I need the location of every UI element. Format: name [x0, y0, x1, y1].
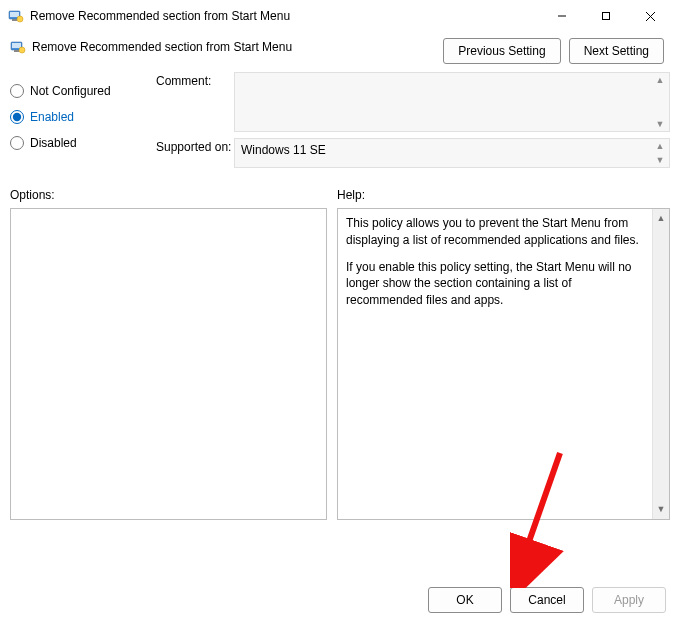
next-setting-button[interactable]: Next Setting: [569, 38, 664, 64]
policy-title: Remove Recommended section from Start Me…: [32, 36, 292, 54]
apply-button[interactable]: Apply: [592, 587, 666, 613]
window-title: Remove Recommended section from Start Me…: [30, 9, 540, 23]
footer: OK Cancel Apply: [0, 577, 680, 625]
svg-point-11: [19, 47, 25, 53]
supported-value: Windows 11 SE: [241, 143, 326, 157]
previous-setting-button[interactable]: Previous Setting: [443, 38, 560, 64]
help-paragraph-1: This policy allows you to prevent the St…: [346, 215, 647, 249]
radio-disabled-label: Disabled: [30, 136, 77, 150]
svg-rect-2: [12, 19, 17, 21]
window-controls: [540, 2, 672, 30]
radio-enabled-input[interactable]: [10, 110, 24, 124]
help-panel: This policy allows you to prevent the St…: [337, 208, 670, 520]
cancel-button[interactable]: Cancel: [510, 587, 584, 613]
config-area: Not Configured Enabled Disabled Comment:…: [0, 64, 680, 174]
titlebar: Remove Recommended section from Start Me…: [0, 0, 680, 30]
radio-not-configured-label: Not Configured: [30, 84, 111, 98]
close-button[interactable]: [628, 2, 672, 30]
minimize-button[interactable]: [540, 2, 584, 30]
subheader: Remove Recommended section from Start Me…: [0, 30, 680, 64]
comment-field[interactable]: ▲▼: [234, 72, 670, 132]
help-paragraph-2: If you enable this policy setting, the S…: [346, 259, 647, 309]
scroll-down-icon: ▼: [657, 503, 666, 516]
state-radios: Not Configured Enabled Disabled: [10, 72, 150, 174]
radio-enabled[interactable]: Enabled: [10, 104, 150, 130]
svg-rect-9: [12, 43, 21, 48]
options-label: Options:: [10, 188, 327, 202]
comment-scroll[interactable]: ▲▼: [653, 75, 667, 129]
svg-rect-1: [10, 12, 19, 17]
policy-icon: [8, 8, 24, 24]
svg-point-3: [17, 16, 23, 22]
supported-row: Supported on: Windows 11 SE ▲▼: [156, 138, 670, 168]
policy-icon: [10, 39, 26, 55]
options-panel: [10, 208, 327, 520]
help-scrollbar[interactable]: ▲ ▼: [652, 209, 669, 519]
radio-disabled[interactable]: Disabled: [10, 130, 150, 156]
lower-labels: Options: Help:: [0, 174, 680, 204]
ok-button[interactable]: OK: [428, 587, 502, 613]
supported-label: Supported on:: [156, 138, 234, 154]
maximize-button[interactable]: [584, 2, 628, 30]
scroll-up-icon: ▲: [657, 212, 666, 225]
radio-enabled-label: Enabled: [30, 110, 74, 124]
radio-not-configured-input[interactable]: [10, 84, 24, 98]
comment-label: Comment:: [156, 72, 234, 88]
radio-disabled-input[interactable]: [10, 136, 24, 150]
supported-field: Windows 11 SE ▲▼: [234, 138, 670, 168]
supported-scroll[interactable]: ▲▼: [653, 141, 667, 165]
svg-rect-10: [14, 50, 19, 52]
panels: This policy allows you to prevent the St…: [0, 204, 680, 520]
help-label: Help:: [337, 188, 670, 202]
comment-row: Comment: ▲▼: [156, 72, 670, 132]
radio-not-configured[interactable]: Not Configured: [10, 78, 150, 104]
svg-rect-5: [603, 13, 610, 20]
fields: Comment: ▲▼ Supported on: Windows 11 SE …: [156, 72, 670, 174]
